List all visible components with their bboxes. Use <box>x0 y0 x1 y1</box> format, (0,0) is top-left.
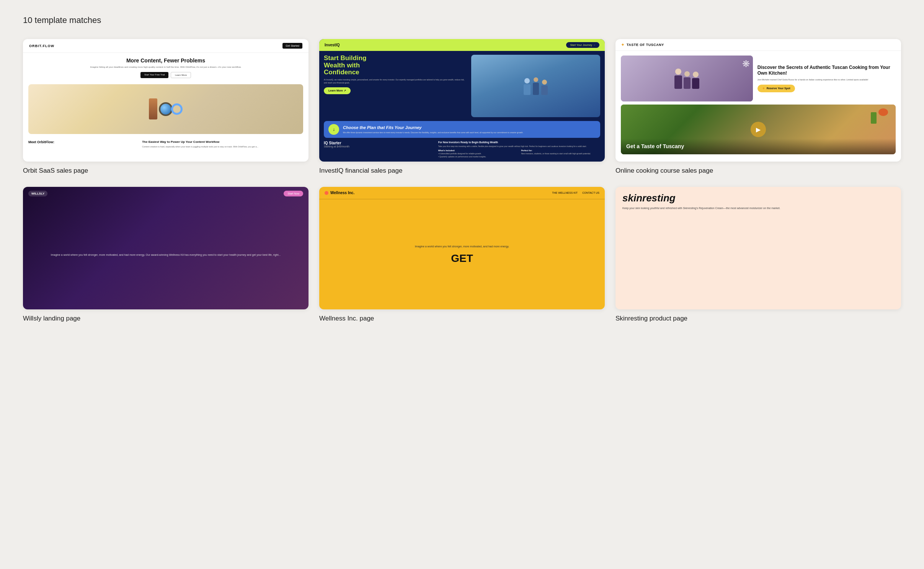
orbit-hero-title: More Content, Fewer Problems <box>31 57 301 64</box>
skin-body-text: Keep your skin looking youthful and refr… <box>622 206 894 210</box>
wellness-big-text: GET <box>451 252 473 265</box>
shape-column-icon <box>149 98 157 119</box>
orbit-3d-scene <box>28 84 303 134</box>
wellness-label: Wellness Inc. page <box>319 315 605 322</box>
willsly-logo: WILLSLY <box>28 191 47 196</box>
orbit-cta-row: Start Your Free Trial Learn More <box>31 72 301 78</box>
cooking-nav: ✦ TASTE OF TUSCANY <box>615 39 901 51</box>
invest-title-line1: Start Building <box>324 54 366 62</box>
orbit-nav: ORBIT.FLOW Get Started <box>23 39 309 53</box>
results-count: 10 template matches <box>23 15 901 25</box>
orbit-hero-desc: Imagine hitting all your deadlines and c… <box>31 65 301 69</box>
wellness-body: Imagine a world where you felt stronger,… <box>319 199 605 309</box>
cooking-top-section: ❋ Discover the Secrets of Authentic Tusc… <box>615 51 901 105</box>
wellness-nav-links: THE WELLNESS KIT CONTACT US <box>552 191 599 194</box>
cooking-btn-star-icon: ✦ <box>762 87 765 90</box>
willsly-body: Imagine a world where you felt stronger,… <box>23 200 309 309</box>
invest-image-placeholder <box>471 55 600 117</box>
orbit-bottom-title: Meet OrbitFlow: <box>28 140 138 149</box>
orbit-logo: ORBIT.FLOW <box>29 44 54 48</box>
invest-whats-included: What's Included: • A diversified portfol… <box>438 149 518 158</box>
willsly-start-btn: Start Now <box>284 191 303 196</box>
cooking-top-image: ❋ <box>621 56 753 101</box>
orbit-bottom-right: The Easiest Way to Power Up Your Content… <box>142 140 303 149</box>
orbit-bottom-subtitle: The Easiest Way to Power Up Your Content… <box>142 140 303 144</box>
invest-arrow-icon: ↓ <box>328 124 339 135</box>
wellness-logo: Wellness Inc. <box>325 191 354 195</box>
invest-learn-btn: Learn More ↗ <box>324 87 351 94</box>
template-card-cooking[interactable]: ✦ TASTE OF TUSCANY <box>615 39 901 175</box>
orbit-get-started-btn: Get Started <box>282 43 302 49</box>
wellness-preview: Wellness Inc. THE WELLNESS KIT CONTACT U… <box>319 187 605 309</box>
template-card-skin[interactable]: skinresting Keep your skin looking youth… <box>615 187 901 322</box>
cooking-preview: ✦ TASTE OF TUSCANY <box>615 39 901 162</box>
cooking-label: Online cooking course sales page <box>615 167 901 175</box>
invest-starter-subtitle: For New Investors Ready to Begin Buildin… <box>438 141 600 144</box>
orbit-hero: More Content, Fewer Problems Imagine hit… <box>23 53 309 81</box>
invest-photo <box>471 55 600 117</box>
cooking-deco-star-icon: ❋ <box>742 59 750 69</box>
skin-brand-name: skinresting <box>622 193 894 203</box>
cooking-reserve-btn-label: Reserve Your Spot <box>767 87 790 90</box>
invest-plan-desc: We offer three dynamic investment servic… <box>343 131 523 134</box>
invest-starter-right: For New Investors Ready to Begin Buildin… <box>438 141 600 158</box>
orbit-bottom-desc: Content creation is hard, especially whe… <box>142 145 303 148</box>
invest-perfect-for: Perfect for: New investors, students, or… <box>521 149 600 158</box>
willsly-nav: WILLSLY Start Now <box>23 187 309 200</box>
invest-plan-title: Choose the Plan that Fits Your Journey <box>343 125 523 130</box>
cooking-reserve-btn: ✦ Reserve Your Spot <box>757 85 795 92</box>
invest-hero-title: Start Building Wealth with Confidence <box>324 55 467 76</box>
invest-starter-left: IQ Starter Starting at $49/month <box>324 141 434 158</box>
invest-preview: InvestIQ Start Your Journey → Start Buil… <box>319 39 605 162</box>
invest-body: Start Building Wealth with Confidence At… <box>319 51 605 121</box>
invest-hero-text: Start Building Wealth with Confidence At… <box>324 55 467 117</box>
orbit-video-container: ▶ <box>28 84 303 134</box>
wellness-body-text: Imagine a world where you felt stronger,… <box>415 244 509 249</box>
shape-sphere-icon <box>160 104 171 114</box>
template-card-investiq[interactable]: InvestIQ Start Your Journey → Start Buil… <box>319 39 605 175</box>
skin-label: Skinresting product page <box>615 315 901 322</box>
wellness-nav-kit-link: THE WELLNESS KIT <box>552 191 578 194</box>
cooking-text-right: Discover the Secrets of Authentic Tuscan… <box>757 56 896 101</box>
cooking-star-icon: ✦ <box>621 42 625 47</box>
template-card-wellness[interactable]: Wellness Inc. THE WELLNESS KIT CONTACT U… <box>319 187 605 322</box>
template-card-willsly[interactable]: WILLSLY Start Now Imagine a world where … <box>23 187 309 322</box>
skin-body: Keep your skin looking youthful and refr… <box>622 203 894 210</box>
willsly-preview: WILLSLY Start Now Imagine a world where … <box>23 187 309 309</box>
orbit-preview: ORBIT.FLOW Get Started More Content, Few… <box>23 39 309 162</box>
skin-preview: skinresting Keep your skin looking youth… <box>615 187 901 309</box>
orbit-secondary-cta: Learn More <box>171 72 191 78</box>
cooking-brand: ✦ TASTE OF TUSCANY <box>621 42 664 47</box>
template-card-orbit[interactable]: ORBIT.FLOW Get Started More Content, Few… <box>23 39 309 175</box>
wellness-logo-text: Wellness Inc. <box>330 191 354 195</box>
invest-starter-price: Starting at $49/month <box>324 145 434 148</box>
orbit-primary-cta: Start Your Free Trial <box>140 72 168 78</box>
cooking-headline: Discover the Secrets of Authentic Tuscan… <box>757 65 896 76</box>
orbit-label: Orbit SaaS sales page <box>23 167 309 175</box>
invest-bullets: What's Included: • A diversified portfol… <box>438 149 600 158</box>
shape-ring-icon <box>171 103 183 115</box>
invest-starter-section: IQ Starter Starting at $49/month For New… <box>319 141 605 162</box>
cooking-video-overlay: Get a Taste of Tuscany <box>621 139 896 154</box>
invest-label: InvestIQ financial sales page <box>319 167 605 175</box>
invest-journey-btn: Start Your Journey → <box>566 42 599 48</box>
template-grid: ORBIT.FLOW Get Started More Content, Few… <box>23 39 901 322</box>
wellness-nav: Wellness Inc. THE WELLNESS KIT CONTACT U… <box>319 187 605 199</box>
invest-hero-desc: At InvestIQ, we make investing simple, p… <box>324 78 467 84</box>
invest-starter-desc: Take your first step into investing with… <box>438 145 600 148</box>
wellness-nav-contact-link: CONTACT US <box>582 191 599 194</box>
invest-title-line3: Confidence <box>324 69 359 76</box>
invest-title-line2: Wealth with <box>324 62 360 69</box>
wellness-logo-dot-icon <box>325 191 328 195</box>
invest-plan-section: ↓ Choose the Plan that Fits Your Journey… <box>324 121 600 138</box>
willsly-label: Willsly landing page <box>23 315 309 322</box>
orbit-bottom: Meet OrbitFlow: The Easiest Way to Power… <box>23 137 309 152</box>
willsly-body-text: Imagine a world where you felt stronger,… <box>51 253 281 257</box>
cooking-video-title: Get a Taste of Tuscany <box>626 143 890 150</box>
cooking-video-section: ▶ Get a Taste of Tuscany <box>621 105 896 154</box>
cooking-play-button[interactable]: ▶ <box>751 122 766 137</box>
invest-starter-name: IQ Starter <box>324 141 434 145</box>
invest-logo: InvestIQ <box>325 43 340 47</box>
cooking-brand-name: TASTE OF TUSCANY <box>627 43 664 47</box>
invest-plan-text: Choose the Plan that Fits Your Journey W… <box>343 125 523 133</box>
